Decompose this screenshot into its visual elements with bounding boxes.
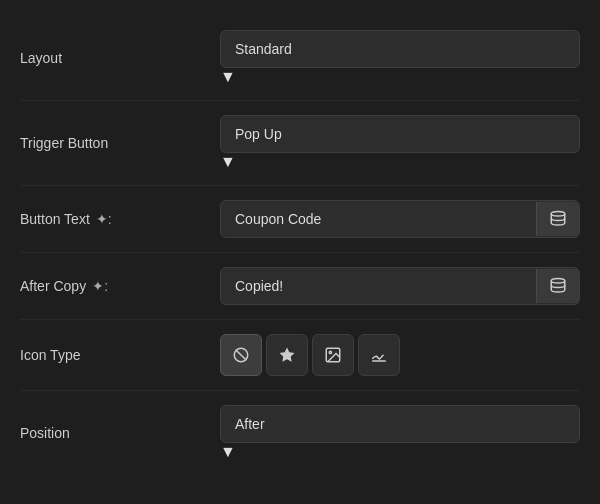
after-copy-input[interactable] — [221, 268, 536, 304]
trigger-button-control: Pop Up ▼ — [220, 115, 580, 171]
star-icon — [278, 346, 296, 364]
layout-chevron-icon: ▼ — [220, 68, 236, 85]
trigger-button-select-wrapper: Pop Up ▼ — [220, 115, 580, 171]
after-copy-input-wrapper — [220, 267, 580, 305]
button-text-db-button[interactable] — [536, 202, 579, 236]
after-copy-label-text: After Copy — [20, 278, 86, 294]
image-icon — [324, 346, 342, 364]
position-row: Position After ▼ — [20, 391, 580, 475]
position-select[interactable]: After — [220, 405, 580, 443]
icon-type-group — [220, 334, 400, 376]
no-icon — [232, 346, 250, 364]
trigger-button-select[interactable]: Pop Up — [220, 115, 580, 153]
trigger-button-row: Trigger Button Pop Up ▼ — [20, 101, 580, 186]
svg-point-6 — [329, 351, 331, 353]
signature-icon — [370, 346, 388, 364]
trigger-button-label: Trigger Button — [20, 135, 220, 151]
trigger-button-chevron-icon: ▼ — [220, 153, 236, 170]
svg-line-3 — [236, 350, 247, 361]
svg-point-1 — [551, 279, 565, 284]
after-copy-db-button[interactable] — [536, 269, 579, 303]
after-copy-control — [220, 267, 580, 305]
button-text-control — [220, 200, 580, 238]
layout-label: Layout — [20, 50, 220, 66]
layout-row: Layout Standard ▼ — [20, 16, 580, 101]
position-label: Position — [20, 425, 220, 441]
after-copy-label: After Copy ✦: — [20, 278, 220, 294]
button-text-input[interactable] — [221, 201, 536, 237]
layout-label-text: Layout — [20, 50, 62, 66]
button-text-row: Button Text ✦: — [20, 186, 580, 253]
button-text-label-text: Button Text — [20, 211, 90, 227]
layout-control: Standard ▼ — [220, 30, 580, 86]
icon-type-image-button[interactable] — [312, 334, 354, 376]
icon-type-label: Icon Type — [20, 347, 220, 363]
icon-type-label-text: Icon Type — [20, 347, 80, 363]
position-control: After ▼ — [220, 405, 580, 461]
trigger-button-value: Pop Up — [235, 126, 282, 142]
icon-type-star-button[interactable] — [266, 334, 308, 376]
button-text-label: Button Text ✦: — [20, 211, 220, 227]
button-text-input-wrapper — [220, 200, 580, 238]
trigger-button-label-text: Trigger Button — [20, 135, 108, 151]
after-copy-ai-icon: ✦: — [92, 278, 108, 294]
layout-select-wrapper: Standard ▼ — [220, 30, 580, 86]
settings-panel: Layout Standard ▼ Trigger Button Pop Up … — [20, 16, 580, 475]
layout-select[interactable]: Standard — [220, 30, 580, 68]
position-value: After — [235, 416, 265, 432]
button-text-ai-icon: ✦: — [96, 211, 112, 227]
icon-type-row: Icon Type — [20, 320, 580, 391]
database-icon — [549, 210, 567, 228]
icon-type-control — [220, 334, 580, 376]
svg-point-0 — [551, 212, 565, 217]
database-icon — [549, 277, 567, 295]
position-select-wrapper: After ▼ — [220, 405, 580, 461]
position-label-text: Position — [20, 425, 70, 441]
icon-type-signature-button[interactable] — [358, 334, 400, 376]
icon-type-none-button[interactable] — [220, 334, 262, 376]
layout-value: Standard — [235, 41, 292, 57]
position-chevron-icon: ▼ — [220, 443, 236, 460]
after-copy-row: After Copy ✦: — [20, 253, 580, 320]
svg-marker-4 — [280, 348, 295, 362]
